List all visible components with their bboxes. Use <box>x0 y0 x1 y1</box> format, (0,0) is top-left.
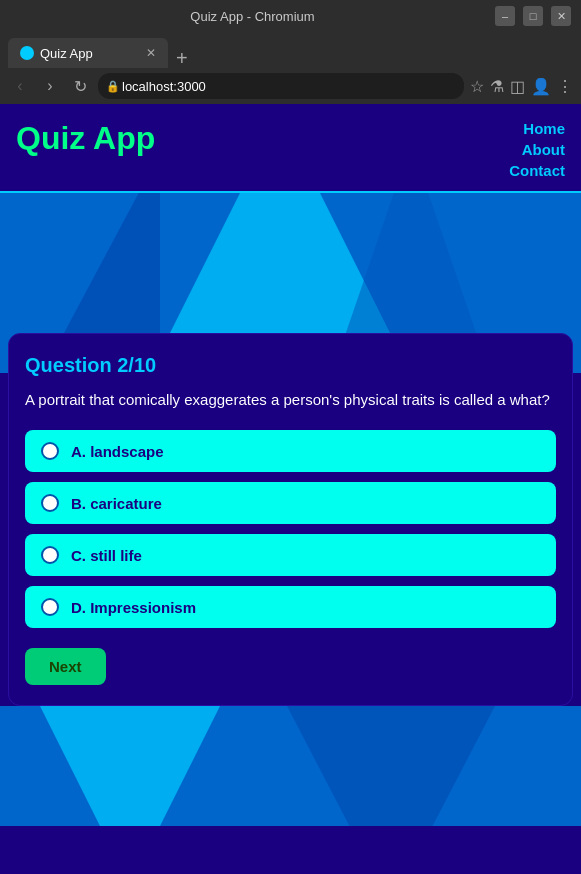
back-button[interactable]: ‹ <box>8 74 32 98</box>
option-c[interactable]: C. still life <box>25 534 556 576</box>
app-content: Quiz App Home About Contact Question 2/1… <box>0 104 581 826</box>
menu-icon[interactable]: ⋮ <box>557 77 573 96</box>
lab-icon[interactable]: ⚗ <box>490 77 504 96</box>
nav-contact[interactable]: Contact <box>509 162 565 179</box>
reload-button[interactable]: ↻ <box>68 74 92 98</box>
tab-close-button[interactable]: ✕ <box>146 46 156 60</box>
option-c-radio[interactable] <box>41 546 59 564</box>
option-b-label: B. caricature <box>71 495 162 512</box>
nav-about[interactable]: About <box>522 141 565 158</box>
address-wrapper: 🔒 <box>98 73 464 99</box>
minimize-button[interactable]: – <box>495 6 515 26</box>
bottom-triangle-2 <box>261 706 521 826</box>
close-button[interactable]: ✕ <box>551 6 571 26</box>
bookmark-icon[interactable]: ☆ <box>470 77 484 96</box>
toolbar-icons: ☆ ⚗ ◫ 👤 ⋮ <box>470 77 573 96</box>
option-d[interactable]: D. Impressionism <box>25 586 556 628</box>
next-button[interactable]: Next <box>25 648 106 685</box>
window-controls: – □ ✕ <box>495 6 571 26</box>
forward-button[interactable]: › <box>38 74 62 98</box>
tab-label: Quiz App <box>40 46 93 61</box>
address-input[interactable] <box>98 73 464 99</box>
option-a-radio[interactable] <box>41 442 59 460</box>
option-a-label: A. landscape <box>71 443 164 460</box>
option-b-radio[interactable] <box>41 494 59 512</box>
option-d-radio[interactable] <box>41 598 59 616</box>
app-title: Quiz App <box>16 120 155 157</box>
option-a[interactable]: A. landscape <box>25 430 556 472</box>
nav-home[interactable]: Home <box>523 120 565 137</box>
options-list: A. landscape B. caricature C. still life… <box>25 430 556 628</box>
browser-chrome: Quiz App - Chromium – □ ✕ Quiz App ✕ + ‹… <box>0 0 581 104</box>
tab-favicon <box>20 46 34 60</box>
new-tab-button[interactable]: + <box>176 48 188 68</box>
option-c-label: C. still life <box>71 547 142 564</box>
quiz-card: Question 2/10 A portrait that comically … <box>8 333 573 706</box>
option-d-label: D. Impressionism <box>71 599 196 616</box>
lock-icon: 🔒 <box>106 80 120 93</box>
tab-bar: Quiz App ✕ + <box>0 32 581 68</box>
bottom-area <box>0 706 581 826</box>
nav-links: Home About Contact <box>509 120 565 179</box>
restore-button[interactable]: □ <box>523 6 543 26</box>
question-number: Question 2/10 <box>25 354 556 377</box>
app-header: Quiz App Home About Contact <box>0 104 581 193</box>
title-bar: Quiz App - Chromium – □ ✕ <box>0 0 581 32</box>
question-text: A portrait that comically exaggerates a … <box>25 389 556 410</box>
extension-icon[interactable]: ◫ <box>510 77 525 96</box>
bottom-triangle-1 <box>30 706 230 826</box>
address-bar: ‹ › ↻ 🔒 ☆ ⚗ ◫ 👤 ⋮ <box>0 68 581 104</box>
profile-icon[interactable]: 👤 <box>531 77 551 96</box>
title-bar-text: Quiz App - Chromium <box>10 9 495 24</box>
browser-tab[interactable]: Quiz App ✕ <box>8 38 168 68</box>
option-b[interactable]: B. caricature <box>25 482 556 524</box>
